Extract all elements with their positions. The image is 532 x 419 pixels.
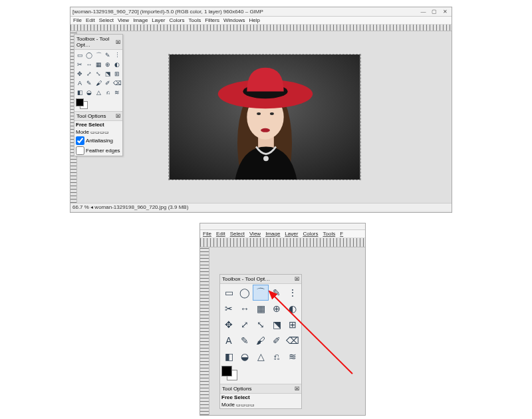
tool-1[interactable]: ◯ <box>84 51 94 60</box>
titlebar[interactable]: [woman-1329198_960_720] (imported)-5.0 (… <box>70 7 452 17</box>
menu-colors[interactable]: Colors <box>303 231 318 237</box>
close-button[interactable]: ✕ <box>440 9 450 15</box>
menu-image[interactable]: Image <box>133 17 148 23</box>
foreground-color[interactable] <box>76 98 84 106</box>
toolbox-close-icon[interactable]: ☒ <box>295 276 299 282</box>
color-swatches[interactable] <box>220 365 301 382</box>
tool-14[interactable]: ⊞ <box>112 69 122 78</box>
menu-file[interactable]: File <box>73 17 82 23</box>
tool-16[interactable]: ✎ <box>237 333 253 349</box>
titlebar-zoom[interactable] <box>200 223 365 230</box>
tool-10[interactable]: ✥ <box>221 317 237 333</box>
tool-13[interactable]: ⬔ <box>269 317 285 333</box>
tool-grid: ▭◯⌒✎⋮✂↔▦⊕◐✥⤢⤡⬔⊞A✎🖌✐⌫◧◒△⎌≋ <box>220 284 301 365</box>
tool-16[interactable]: ✎ <box>84 78 94 88</box>
tool-6[interactable]: ↔ <box>84 60 94 69</box>
toolbox-panel-zoom[interactable]: Toolbox - Tool Opt… ☒ ▭◯⌒✎⋮✂↔▦⊕◐✥⤢⤡⬔⊞A✎🖌… <box>219 274 302 409</box>
feather-checkbox[interactable] <box>76 146 84 155</box>
tool-5[interactable]: ✂ <box>221 301 237 317</box>
tool-19[interactable]: ⌫ <box>285 333 301 349</box>
canvas-area[interactable] <box>77 31 452 203</box>
menu-layer[interactable]: Layer <box>285 231 298 237</box>
tool-6[interactable]: ↔ <box>237 301 253 317</box>
tool-11[interactable]: ⤢ <box>237 317 253 333</box>
tool-3[interactable]: ✎ <box>103 51 112 60</box>
tool-2[interactable]: ⌒ <box>253 285 269 301</box>
menu-select[interactable]: Select <box>230 231 245 237</box>
tool-2[interactable]: ⌒ <box>94 51 103 60</box>
tool-12[interactable]: ⤡ <box>94 69 103 78</box>
tool-24[interactable]: ≋ <box>285 349 301 364</box>
app-title: [woman-1329198_960_720] (imported)-5.0 (… <box>72 9 263 15</box>
tool-10[interactable]: ✥ <box>75 69 84 78</box>
status-bar: 66.7 % ◂ woman-1329198_960_720.jpg (3.9 … <box>70 203 452 211</box>
tool-3[interactable]: ✎ <box>269 285 285 301</box>
menu-view[interactable]: View <box>249 231 261 237</box>
menu-layer[interactable]: Layer <box>152 17 165 23</box>
tool-22[interactable]: △ <box>94 88 103 97</box>
minimize-button[interactable]: — <box>419 9 428 15</box>
tool-9[interactable]: ◐ <box>112 60 122 69</box>
menu-windows[interactable]: Windows <box>223 17 245 23</box>
menu-edit[interactable]: Edit <box>216 231 225 237</box>
tool-20[interactable]: ◧ <box>75 88 84 97</box>
tool-7[interactable]: ▦ <box>94 60 103 69</box>
tool-11[interactable]: ⤢ <box>84 69 94 78</box>
foreground-color[interactable] <box>221 366 232 376</box>
menu-file[interactable]: File <box>203 231 211 237</box>
menu-colors[interactable]: Colors <box>169 17 184 23</box>
tool-12[interactable]: ⤡ <box>253 317 269 333</box>
tool-18[interactable]: ✐ <box>269 333 285 349</box>
image-canvas[interactable] <box>168 54 361 180</box>
tool-15[interactable]: A <box>221 333 237 349</box>
toolbox-close-icon[interactable]: ☒ <box>116 39 120 45</box>
tool-options-close-icon[interactable]: ☒ <box>295 386 299 392</box>
tool-19[interactable]: ⌫ <box>112 78 122 88</box>
menubar-zoom: File Edit Select View Image Layer Colors… <box>200 230 365 238</box>
menu-image[interactable]: Image <box>265 231 280 237</box>
tool-options-close-icon[interactable]: ☒ <box>116 113 120 119</box>
tool-9[interactable]: ◐ <box>285 301 301 317</box>
tool-8[interactable]: ⊕ <box>103 60 112 69</box>
tool-21[interactable]: ◒ <box>237 349 253 364</box>
menu-select[interactable]: Select <box>99 17 114 23</box>
ruler-vertical <box>200 247 209 415</box>
color-swatches[interactable] <box>74 98 122 110</box>
maximize-button[interactable]: ▢ <box>430 9 439 15</box>
menu-help[interactable]: Help <box>249 17 259 23</box>
tool-5[interactable]: ✂ <box>75 60 84 69</box>
tool-18[interactable]: ✐ <box>103 78 112 88</box>
tool-22[interactable]: △ <box>253 349 269 364</box>
tool-23[interactable]: ⎌ <box>103 88 112 97</box>
menu-filters[interactable]: Filters <box>205 17 219 23</box>
toolbox-title: Toolbox - Tool Opt… <box>76 36 116 48</box>
tool-0[interactable]: ▭ <box>75 51 84 60</box>
tool-14[interactable]: ⊞ <box>285 317 301 333</box>
menu-tools[interactable]: Tools <box>323 231 336 237</box>
toolbox-panel[interactable]: Toolbox - Tool Opt… ☒ ▭◯⌒✎⋮✂↔▦⊕◐✥⤢⤡⬔⊞A✎🖌… <box>74 34 123 156</box>
mode-label: Mode <box>221 402 235 408</box>
tool-4[interactable]: ⋮ <box>112 51 122 60</box>
tool-15[interactable]: A <box>75 78 84 88</box>
svg-point-4 <box>257 112 261 115</box>
tool-options-name: Free Select <box>76 122 104 128</box>
tool-13[interactable]: ⬔ <box>103 69 112 78</box>
tool-options-name: Free Select <box>221 394 250 400</box>
gimp-window: [woman-1329198_960_720] (imported)-5.0 (… <box>70 7 452 213</box>
tool-24[interactable]: ≋ <box>112 88 122 97</box>
tool-1[interactable]: ◯ <box>237 285 253 301</box>
tool-20[interactable]: ◧ <box>221 349 237 364</box>
tool-17[interactable]: 🖌 <box>253 333 269 349</box>
antialias-checkbox[interactable] <box>76 136 84 145</box>
tool-8[interactable]: ⊕ <box>269 301 285 317</box>
tool-4[interactable]: ⋮ <box>285 285 301 301</box>
menu-f[interactable]: F <box>340 231 343 237</box>
tool-0[interactable]: ▭ <box>221 285 237 301</box>
menu-tools[interactable]: Tools <box>189 17 201 23</box>
tool-23[interactable]: ⎌ <box>269 349 285 364</box>
tool-17[interactable]: 🖌 <box>94 78 103 88</box>
tool-21[interactable]: ◒ <box>84 88 94 97</box>
tool-7[interactable]: ▦ <box>253 301 269 317</box>
menu-view[interactable]: View <box>118 17 129 23</box>
menu-edit[interactable]: Edit <box>86 17 95 23</box>
